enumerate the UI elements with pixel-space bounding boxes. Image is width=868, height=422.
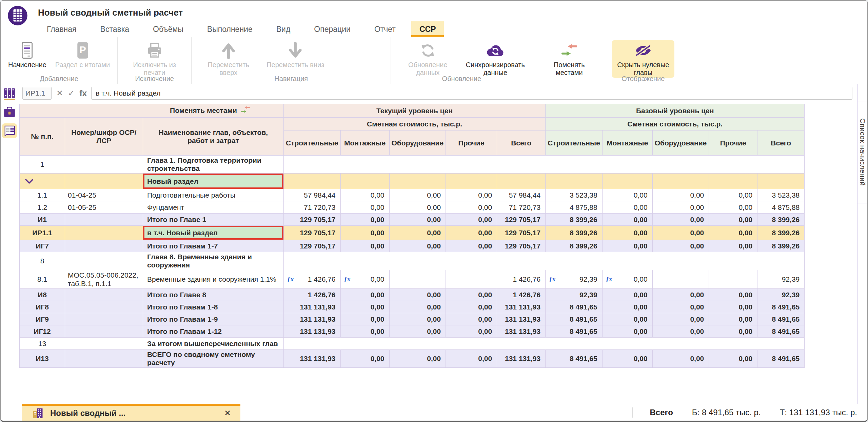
formula-input[interactable] bbox=[91, 87, 852, 100]
cell-value[interactable]: 0,00 bbox=[602, 325, 652, 338]
cell-value[interactable]: 0,00 bbox=[389, 189, 446, 201]
exclude-from-print-button[interactable]: Исключить из печати bbox=[123, 40, 186, 78]
accrual-button[interactable]: Начисление bbox=[6, 40, 48, 70]
tab-объёмы[interactable]: Объёмы bbox=[145, 21, 192, 37]
tab-операции[interactable]: Операции bbox=[306, 21, 359, 37]
cell-value[interactable]: 8 491,65 bbox=[546, 313, 603, 325]
accruals-list-tab[interactable]: Список начислений bbox=[857, 101, 867, 203]
cell-value[interactable]: 71 720,73 bbox=[284, 201, 341, 214]
cell-value[interactable]: 0,00 bbox=[602, 189, 652, 201]
cell-value[interactable]: 0,00 bbox=[652, 325, 709, 338]
cell-value[interactable] bbox=[389, 270, 446, 289]
cell-num[interactable]: 1 bbox=[20, 156, 65, 174]
cell-code[interactable] bbox=[65, 214, 143, 226]
cell-name[interactable]: Итого по Главам 1-9 bbox=[143, 313, 284, 325]
cell-value[interactable] bbox=[497, 174, 546, 189]
cell-value[interactable]: 8 399,26 bbox=[757, 240, 805, 252]
cell-value[interactable]: 3 523,38 bbox=[757, 189, 805, 201]
cell-value[interactable]: 0,00 bbox=[340, 226, 389, 240]
tab-главная[interactable]: Главная bbox=[39, 21, 85, 37]
cell-code[interactable]: 01-05-25 bbox=[65, 201, 143, 214]
estimate-sheet-icon[interactable] bbox=[2, 123, 17, 138]
tab-выполнение[interactable]: Выполнение bbox=[199, 21, 261, 37]
cell-value[interactable]: 0,00 bbox=[340, 214, 389, 226]
cell-value[interactable]: 0,00 bbox=[446, 240, 497, 252]
move-down-button[interactable]: Переместить вниз bbox=[264, 40, 326, 70]
cell-value[interactable]: 0,00 bbox=[389, 350, 446, 368]
cell-value[interactable]: 0,00 bbox=[602, 240, 652, 252]
cell-value[interactable]: 8 491,65 bbox=[757, 313, 805, 325]
cell-value[interactable]: 0,00 bbox=[389, 313, 446, 325]
tab-сср[interactable]: ССР bbox=[411, 21, 444, 37]
cell-value[interactable]: 8 491,65 bbox=[546, 325, 603, 338]
cell-value[interactable] bbox=[340, 174, 389, 189]
cell-value[interactable]: 57 984,44 bbox=[284, 189, 341, 201]
cell-name[interactable]: За итогом вышеперечисленных глав bbox=[143, 338, 284, 350]
cell-value[interactable]: ƒx0,00 bbox=[602, 270, 652, 289]
cell-value[interactable] bbox=[652, 270, 709, 289]
cell-value[interactable]: 0,00 bbox=[340, 350, 389, 368]
cell-value[interactable]: 0,00 bbox=[389, 201, 446, 214]
cell-value[interactable] bbox=[602, 174, 652, 189]
cell-value[interactable]: 0,00 bbox=[389, 301, 446, 313]
cell-value[interactable]: 0,00 bbox=[652, 301, 709, 313]
cell-code[interactable] bbox=[65, 156, 143, 174]
cell-value[interactable]: 0,00 bbox=[709, 350, 757, 368]
cell-value[interactable]: 8 491,65 bbox=[546, 301, 603, 313]
swap-button[interactable]: Поменять местами bbox=[538, 40, 600, 78]
cell-value[interactable]: 0,00 bbox=[652, 226, 709, 240]
cell-value[interactable]: 131 131,93 bbox=[497, 301, 546, 313]
section-with-totals-button[interactable]: PРаздел с итогами bbox=[53, 40, 112, 70]
cell-value[interactable]: 0,00 bbox=[340, 301, 389, 313]
cell-num[interactable]: И1 bbox=[20, 214, 65, 226]
cell-value[interactable]: 0,00 bbox=[340, 325, 389, 338]
cell-value[interactable]: 129 705,17 bbox=[284, 240, 341, 252]
cell-value[interactable]: 0,00 bbox=[709, 313, 757, 325]
cell-code[interactable]: МОС.05.05-006.2022, таб.В.1, п.1.1 bbox=[65, 270, 143, 289]
cell-num[interactable]: И13 bbox=[20, 350, 65, 368]
cell-value[interactable]: 0,00 bbox=[340, 240, 389, 252]
cell-num[interactable]: 8.1 bbox=[20, 270, 65, 289]
cell-value[interactable]: 129 705,17 bbox=[497, 226, 546, 240]
cell-value[interactable]: 0,00 bbox=[389, 240, 446, 252]
cell-value[interactable]: 0,00 bbox=[446, 313, 497, 325]
cell-name[interactable]: ВСЕГО по сводному сметному расчету bbox=[143, 350, 284, 368]
cell-value[interactable]: 129 705,17 bbox=[497, 214, 546, 226]
cell-num[interactable]: И8 bbox=[20, 289, 65, 301]
cell-name[interactable]: в т.ч. Новый раздел bbox=[143, 226, 284, 240]
cell-value[interactable]: 4 875,88 bbox=[546, 201, 603, 214]
cell-value[interactable] bbox=[709, 174, 757, 189]
cell-value[interactable]: 0,00 bbox=[652, 201, 709, 214]
cell-num[interactable]: ИГ12 bbox=[20, 325, 65, 338]
cell-value[interactable]: 0,00 bbox=[602, 226, 652, 240]
cell-value[interactable]: 131 131,93 bbox=[497, 325, 546, 338]
cell-value[interactable]: 8 491,65 bbox=[757, 350, 805, 368]
cell-value[interactable]: 0,00 bbox=[652, 350, 709, 368]
cell-value[interactable] bbox=[446, 174, 497, 189]
cell-value[interactable]: 0,00 bbox=[709, 289, 757, 301]
cell-value[interactable] bbox=[652, 174, 709, 189]
cell-value[interactable]: 0,00 bbox=[652, 313, 709, 325]
cell-value[interactable]: 0,00 bbox=[446, 226, 497, 240]
move-up-button[interactable]: Переместить вверх bbox=[197, 40, 260, 78]
cell-code[interactable] bbox=[65, 313, 143, 325]
cell-value[interactable]: 8 399,26 bbox=[546, 214, 603, 226]
cell-value[interactable]: 0,00 bbox=[340, 313, 389, 325]
cell-value[interactable]: 8 399,26 bbox=[757, 214, 805, 226]
cell-value[interactable]: 0,00 bbox=[709, 301, 757, 313]
cell-value[interactable]: 131 131,93 bbox=[284, 350, 341, 368]
cell-value[interactable]: 0,00 bbox=[340, 189, 389, 201]
cell-value[interactable]: 0,00 bbox=[602, 313, 652, 325]
cell-value[interactable]: 0,00 bbox=[602, 201, 652, 214]
cell-code[interactable] bbox=[65, 350, 143, 368]
cell-merged-empty[interactable] bbox=[284, 338, 805, 350]
cell-value[interactable]: 0,00 bbox=[652, 214, 709, 226]
cell-num[interactable]: 8 bbox=[20, 252, 65, 270]
cell-value[interactable]: 0,00 bbox=[389, 289, 446, 301]
cell-code[interactable] bbox=[65, 174, 143, 189]
cell-num[interactable]: ИГ9 bbox=[20, 313, 65, 325]
cell-value[interactable]: 0,00 bbox=[340, 201, 389, 214]
cell-value[interactable]: 92,39 bbox=[757, 270, 805, 289]
cell-value[interactable]: 4 875,88 bbox=[757, 201, 805, 214]
cell-value[interactable]: 8 491,65 bbox=[546, 350, 603, 368]
